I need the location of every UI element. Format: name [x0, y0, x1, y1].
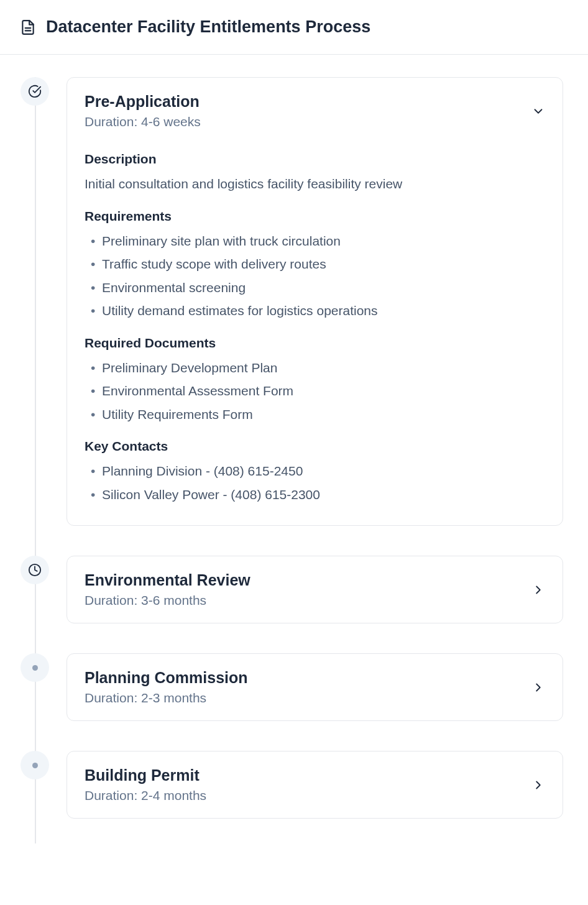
- timeline: Pre-Application Duration: 4-6 weeks Desc…: [0, 55, 588, 843]
- check-circle-icon: [28, 85, 42, 98]
- chevron-right-icon: [531, 583, 545, 597]
- dot-icon: [32, 665, 38, 671]
- step-title: Environmental Review: [85, 571, 250, 589]
- step-toggle[interactable]: Environmental Review Duration: 3-6 month…: [67, 556, 563, 623]
- step-environmental-review: Environmental Review Duration: 3-6 month…: [25, 556, 563, 623]
- step-title: Pre-Application: [85, 93, 201, 111]
- step-card: Environmental Review Duration: 3-6 month…: [67, 556, 563, 623]
- step-planning-commission: Planning Commission Duration: 2-3 months: [25, 653, 563, 721]
- step-status-icon-wrapper: [21, 556, 49, 584]
- list-item: Planning Division - (408) 615-2450: [85, 461, 545, 481]
- step-toggle[interactable]: Pre-Application Duration: 4-6 weeks: [67, 78, 563, 144]
- clock-icon: [28, 563, 42, 577]
- list-item: Environmental screening: [85, 278, 545, 298]
- step-pre-application: Pre-Application Duration: 4-6 weeks Desc…: [25, 77, 563, 526]
- description-label: Description: [85, 152, 545, 167]
- contacts-list: Planning Division - (408) 615-2450 Silic…: [85, 461, 545, 504]
- page-title: Datacenter Facility Entitlements Process: [46, 17, 370, 37]
- requirements-list: Preliminary site plan with truck circula…: [85, 231, 545, 321]
- step-toggle[interactable]: Planning Commission Duration: 2-3 months: [67, 654, 563, 720]
- chevron-down-icon: [531, 104, 545, 118]
- step-title: Building Permit: [85, 766, 206, 784]
- list-item: Traffic study scope with delivery routes: [85, 254, 545, 274]
- chevron-right-icon: [531, 681, 545, 694]
- dot-icon: [32, 763, 38, 768]
- description-section: Description Initial consultation and log…: [85, 152, 545, 194]
- list-item: Environmental Assessment Form: [85, 381, 545, 401]
- step-duration: Duration: 2-4 months: [85, 788, 206, 803]
- step-card: Pre-Application Duration: 4-6 weeks Desc…: [67, 77, 563, 526]
- documents-list: Preliminary Development Plan Environment…: [85, 358, 545, 425]
- step-body: Description Initial consultation and log…: [67, 152, 563, 525]
- page-header: Datacenter Facility Entitlements Process: [0, 0, 588, 55]
- step-status-icon-wrapper: [21, 751, 49, 779]
- step-building-permit: Building Permit Duration: 2-4 months: [25, 751, 563, 819]
- documents-section: Required Documents Preliminary Developme…: [85, 336, 545, 425]
- step-status-icon-wrapper: [21, 653, 49, 682]
- contacts-label: Key Contacts: [85, 439, 545, 454]
- step-toggle[interactable]: Building Permit Duration: 2-4 months: [67, 751, 563, 818]
- step-card: Building Permit Duration: 2-4 months: [67, 751, 563, 819]
- step-status-icon-wrapper: [21, 77, 49, 106]
- step-duration: Duration: 3-6 months: [85, 593, 250, 608]
- step-duration: Duration: 2-3 months: [85, 691, 248, 705]
- step-title: Planning Commission: [85, 669, 248, 687]
- requirements-label: Requirements: [85, 209, 545, 224]
- contacts-section: Key Contacts Planning Division - (408) 6…: [85, 439, 545, 504]
- chevron-right-icon: [531, 778, 545, 792]
- step-card: Planning Commission Duration: 2-3 months: [67, 653, 563, 721]
- list-item: Preliminary site plan with truck circula…: [85, 231, 545, 251]
- documents-label: Required Documents: [85, 336, 545, 351]
- list-item: Silicon Valley Power - (408) 615-2300: [85, 485, 545, 505]
- description-text: Initial consultation and logistics facil…: [85, 174, 545, 194]
- list-item: Utility demand estimates for logistics o…: [85, 301, 545, 321]
- requirements-section: Requirements Preliminary site plan with …: [85, 209, 545, 321]
- list-item: Utility Requirements Form: [85, 405, 545, 425]
- document-icon: [20, 19, 36, 35]
- list-item: Preliminary Development Plan: [85, 358, 545, 378]
- step-duration: Duration: 4-6 weeks: [85, 114, 201, 129]
